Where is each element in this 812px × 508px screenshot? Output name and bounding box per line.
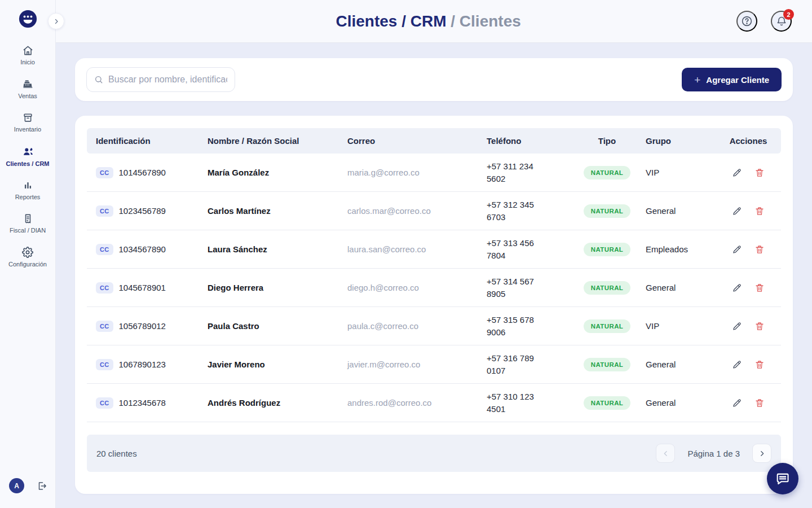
column-header-tipo: Tipo: [577, 136, 637, 146]
table-row[interactable]: CC 1067890123 Javier Moreno javier.m@cor…: [87, 345, 781, 384]
table-row[interactable]: CC 1023456789 Carlos Martínez carlos.mar…: [87, 192, 781, 230]
table-row[interactable]: CC 1014567890 María González maria.g@cor…: [87, 154, 781, 192]
sidebar-item-inventario[interactable]: Inventario: [0, 112, 55, 133]
client-group: VIP: [637, 168, 716, 177]
notifications-button[interactable]: 2: [771, 11, 792, 32]
pencil-icon: [732, 398, 742, 408]
sidebar-nav: Inicio Ventas Inventario Clientes / CRM …: [0, 45, 55, 268]
sidebar-item-fiscal-dian[interactable]: Fiscal / DIAN: [0, 213, 55, 234]
delete-button[interactable]: [753, 320, 766, 332]
sidebar-item-clientes-crm[interactable]: Clientes / CRM: [0, 146, 55, 167]
chat-bubble-icon: [775, 471, 790, 486]
column-header-acciones: Acciones: [716, 136, 781, 146]
client-name: Carlos Martínez: [198, 206, 338, 216]
delete-button[interactable]: [753, 167, 766, 179]
delete-button[interactable]: [753, 358, 766, 371]
trash-icon: [754, 168, 765, 178]
edit-button[interactable]: [731, 320, 743, 332]
delete-button[interactable]: [753, 282, 766, 294]
add-client-button[interactable]: + Agregar Cliente: [682, 68, 782, 91]
id-number: 1014567890: [119, 168, 166, 177]
client-email: paula.c@correo.co: [338, 321, 478, 331]
id-type-badge: CC: [96, 397, 113, 409]
client-phone: +57 314 567 8905: [487, 275, 546, 300]
table-row[interactable]: CC 1056789012 Paula Castro paula.c@corre…: [87, 307, 781, 345]
client-email: laura.san@correo.co: [338, 244, 478, 254]
breadcrumb-secondary: Clientes: [460, 12, 521, 30]
bar-chart-icon: [23, 180, 33, 191]
chat-fab-button[interactable]: [767, 463, 798, 494]
pagination: Página 1 de 3: [656, 444, 771, 463]
table-row[interactable]: CC 1034567890 Laura Sánchez laura.san@co…: [87, 230, 781, 269]
edit-button[interactable]: [731, 167, 743, 179]
column-header-correo: Correo: [338, 136, 478, 146]
client-name: Diego Herrera: [198, 283, 338, 292]
edit-button[interactable]: [731, 397, 743, 409]
column-header-nombre: Nombre / Razón Social: [198, 136, 338, 146]
sidebar-item-label: Ventas: [18, 93, 37, 99]
client-phone: +57 313 456 7804: [487, 237, 546, 262]
id-type-badge: CC: [96, 244, 113, 255]
edit-button[interactable]: [731, 243, 743, 256]
table-row[interactable]: CC 1045678901 Diego Herrera diego.h@corr…: [87, 269, 781, 307]
gear-icon: [22, 247, 33, 258]
breadcrumb-separator: /: [447, 12, 460, 30]
sidebar-item-label: Configuración: [8, 261, 47, 268]
breadcrumb-primary: Clientes / CRM: [336, 12, 446, 30]
delete-button[interactable]: [753, 397, 766, 409]
app-logo-smiley-icon[interactable]: [19, 10, 37, 28]
id-type-badge: CC: [96, 359, 113, 370]
client-phone: +57 311 234 5602: [487, 160, 546, 185]
help-button[interactable]: [736, 11, 757, 32]
id-number: 1023456789: [119, 206, 166, 216]
search-toolbar: + Agregar Cliente: [75, 58, 793, 101]
delete-button[interactable]: [753, 243, 766, 256]
sidebar-item-reportes[interactable]: Reportes: [0, 180, 55, 200]
page-title: Clientes / CRM / Clientes: [336, 12, 520, 30]
pencil-icon: [732, 168, 742, 178]
client-name: Laura Sánchez: [198, 244, 338, 254]
delete-button[interactable]: [753, 205, 766, 217]
column-header-grupo: Grupo: [637, 136, 716, 146]
edit-button[interactable]: [731, 282, 743, 294]
search-input[interactable]: [108, 75, 227, 85]
edit-button[interactable]: [731, 205, 743, 217]
trash-icon: [754, 398, 765, 408]
client-email: carlos.mar@correo.co: [338, 206, 478, 216]
client-email: maria.g@correo.co: [338, 168, 478, 177]
client-group: Empleados: [637, 244, 716, 254]
table-row[interactable]: CC 1012345678 Andrés Rodríguez andres.ro…: [87, 384, 781, 422]
page-indicator: Página 1 de 3: [687, 449, 740, 458]
client-email: javier.m@correo.co: [338, 360, 478, 369]
edit-button[interactable]: [731, 358, 743, 371]
receipt-icon: [23, 213, 33, 224]
client-type-badge: NATURAL: [584, 166, 631, 179]
next-page-button[interactable]: [752, 444, 771, 463]
sidebar-item-inicio[interactable]: Inicio: [0, 45, 55, 65]
sidebar-item-label: Reportes: [15, 194, 41, 200]
client-group: VIP: [637, 321, 716, 331]
sidebar-item-configuracion[interactable]: Configuración: [0, 247, 55, 268]
sidebar-collapse-button[interactable]: [48, 13, 64, 29]
pencil-icon: [732, 321, 742, 331]
logout-icon[interactable]: [37, 481, 47, 491]
trash-icon: [754, 321, 765, 331]
trash-icon: [754, 283, 765, 293]
id-number: 1056789012: [119, 321, 166, 331]
search-box[interactable]: [86, 67, 235, 92]
client-type-badge: NATURAL: [584, 358, 631, 371]
client-group: General: [637, 398, 716, 408]
sidebar-item-ventas[interactable]: Ventas: [0, 78, 55, 99]
client-phone: +57 315 678 9006: [487, 314, 546, 339]
home-icon: [23, 45, 33, 56]
sidebar-item-label: Inventario: [14, 126, 41, 133]
previous-page-button[interactable]: [656, 444, 675, 463]
client-email: andres.rod@correo.co: [338, 398, 478, 408]
user-avatar[interactable]: A: [9, 478, 24, 493]
client-group: General: [637, 206, 716, 216]
id-type-badge: CC: [96, 282, 113, 294]
cash-register-icon: [22, 78, 33, 90]
client-phone: +57 316 789 0107: [487, 352, 546, 377]
add-client-button-label: Agregar Cliente: [706, 75, 769, 85]
client-type-badge: NATURAL: [584, 281, 631, 295]
